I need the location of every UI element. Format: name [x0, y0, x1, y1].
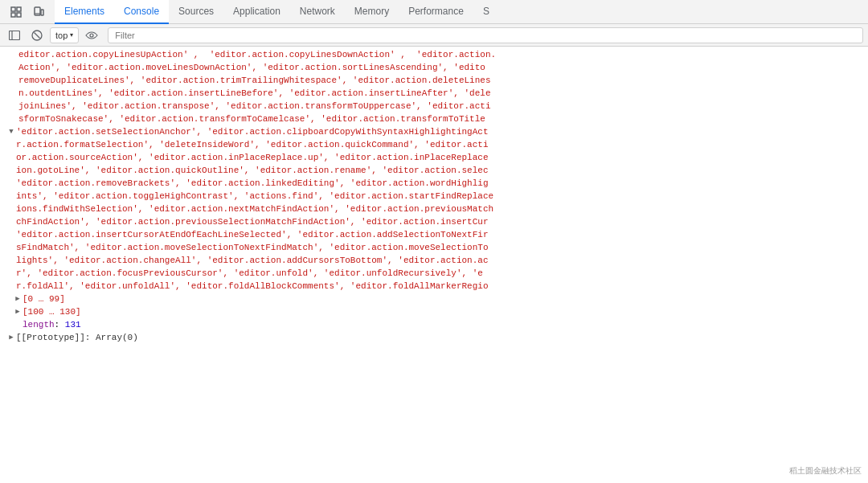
tab-elements[interactable]: Elements: [55, 0, 114, 24]
svg-point-11: [90, 34, 93, 37]
inspect-icon[interactable]: [6, 2, 26, 22]
prototype-text: [[Prototype]]: Array(0): [16, 331, 865, 344]
svg-rect-0: [11, 7, 15, 11]
tab-more[interactable]: S: [473, 0, 499, 24]
console-output: editor.action.copyLinesUpAction' , 'edit…: [0, 47, 868, 483]
console-text: editor.action.copyLinesUpAction' , 'edit…: [18, 48, 865, 125]
clear-icon[interactable]: [27, 26, 47, 45]
tab-application[interactable]: Application: [223, 0, 290, 24]
svg-line-10: [35, 32, 40, 38]
svg-rect-2: [11, 13, 15, 17]
svg-rect-1: [17, 7, 21, 11]
expand-arrow-0-99[interactable]: [13, 293, 23, 305]
filter-input[interactable]: [108, 27, 863, 43]
console-line: editor.action.copyLinesUpAction' , 'edit…: [0, 48, 868, 125]
svg-rect-3: [17, 13, 21, 17]
eye-icon[interactable]: [82, 26, 101, 45]
watermark: 稻土圆金融技术社区: [789, 465, 862, 477]
svg-rect-7: [10, 31, 20, 39]
prototype-line: [[Prototype]]: Array(0): [0, 331, 868, 344]
console-text-expanded: 'editor.action.setSelectionAnchor', 'edi…: [16, 125, 865, 293]
length-prop-value: 131: [65, 320, 81, 330]
expand-arrow[interactable]: [6, 125, 16, 138]
devtools-icons: [6, 2, 48, 22]
device-icon[interactable]: [29, 2, 48, 22]
tab-network[interactable]: Network: [290, 0, 345, 24]
tab-performance[interactable]: Performance: [399, 0, 473, 24]
tab-sources[interactable]: Sources: [169, 0, 223, 24]
console-toolbar: top ▾: [0, 24, 868, 47]
array-range-100-130: [100 … 130]: [23, 305, 865, 318]
sidebar-icon[interactable]: [5, 26, 24, 45]
svg-rect-5: [41, 10, 43, 15]
tab-bar: Elements Console Sources Application Net…: [0, 0, 868, 24]
context-selector[interactable]: top ▾: [50, 27, 79, 43]
length-prop-name: length: [23, 320, 55, 330]
expand-arrow-100-130[interactable]: [13, 305, 23, 318]
tab-console[interactable]: Console: [114, 0, 169, 24]
array-group-100-130: [100 … 130]: [0, 305, 868, 318]
array-range-0-99: [0 … 99]: [23, 293, 865, 305]
array-group-0-99: [0 … 99]: [0, 293, 868, 305]
tab-memory[interactable]: Memory: [345, 0, 399, 24]
chevron-down-icon: ▾: [70, 31, 73, 39]
length-property-line: length: 131: [0, 318, 868, 331]
console-line-expandable: 'editor.action.setSelectionAnchor', 'edi…: [0, 125, 868, 293]
expand-arrow-prototype[interactable]: [6, 331, 16, 344]
